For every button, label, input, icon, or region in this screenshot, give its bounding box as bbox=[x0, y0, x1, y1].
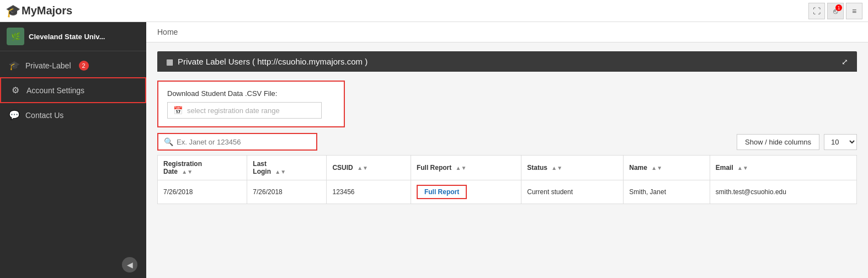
sidebar-private-label-text: Private-Label bbox=[25, 61, 71, 70]
col-email-label: Email bbox=[716, 164, 733, 172]
main-content: Home ▦ Private Label Users ( http://csuo… bbox=[146, 22, 868, 278]
sidebar-collapse: ◀ bbox=[0, 252, 146, 278]
panel-expand-icon[interactable]: ⤢ bbox=[842, 57, 848, 66]
account-settings-icon: ⚙ bbox=[10, 85, 21, 95]
content-area: ▦ Private Label Users ( http://csuohio.m… bbox=[146, 42, 868, 213]
expand-button[interactable]: ⛶ bbox=[808, 3, 825, 19]
col-header-last-login[interactable]: LastLogin ▲▼ bbox=[247, 156, 327, 180]
cell-status: Current student bbox=[521, 180, 624, 204]
panel-table-icon: ▦ bbox=[166, 57, 173, 66]
sort-icon-name: ▲▼ bbox=[651, 165, 662, 171]
badge: 1 bbox=[835, 4, 842, 11]
data-table: RegistrationDate ▲▼ LastLogin ▲▼ CSUID ▲… bbox=[157, 155, 857, 204]
cell-name: Smith, Janet bbox=[624, 180, 710, 204]
sort-icon-status: ▲▼ bbox=[551, 165, 562, 171]
cell-email: smith.test@csuohio.edu bbox=[710, 180, 856, 204]
cell-last-login: 7/26/2018 bbox=[247, 180, 327, 204]
sort-icon-reg-date: ▲▼ bbox=[182, 169, 193, 175]
per-page-select[interactable]: 10 25 50 100 bbox=[824, 134, 857, 150]
csv-download-section: Download Student Data .CSV File: 📅 selec… bbox=[157, 81, 345, 127]
col-full-report-label: Full Report bbox=[417, 164, 451, 172]
breadcrumb: Home bbox=[146, 22, 868, 42]
export-button[interactable]: ⎋ 1 bbox=[827, 3, 844, 19]
cell-reg-date: 7/26/2018 bbox=[158, 180, 247, 204]
sort-icon-email: ▲▼ bbox=[737, 165, 748, 171]
col-csuid-label: CSUID bbox=[332, 164, 353, 172]
cell-csuid: 123456 bbox=[327, 180, 411, 204]
collapse-icon: ◀ bbox=[127, 260, 133, 269]
sidebar-account-settings-text: Account Settings bbox=[26, 86, 84, 95]
date-placeholder: select registration date range bbox=[187, 106, 280, 115]
topbar: 🎓 MyMajors ⛶ ⎋ 1 ≡ bbox=[0, 0, 868, 22]
sidebar-brand[interactable]: 🌿 Cleveland State Univ... bbox=[0, 22, 146, 51]
col-header-reg-date[interactable]: RegistrationDate ▲▼ bbox=[158, 156, 247, 180]
col-header-status[interactable]: Status ▲▼ bbox=[521, 156, 624, 180]
col-header-csuid[interactable]: CSUID ▲▼ bbox=[327, 156, 411, 180]
panel-header: ▦ Private Label Users ( http://csuohio.m… bbox=[157, 51, 857, 72]
sort-icon-last-login: ▲▼ bbox=[275, 169, 286, 175]
brand-icon: 🌿 bbox=[7, 28, 24, 45]
layout: 🌿 Cleveland State Univ... 🎓 Private-Labe… bbox=[0, 22, 868, 278]
logo: 🎓 MyMajors bbox=[6, 4, 72, 18]
date-range-picker[interactable]: 📅 select registration date range bbox=[167, 102, 322, 119]
csv-label: Download Student Data .CSV File: bbox=[167, 89, 335, 98]
private-label-icon: 🎓 bbox=[9, 60, 20, 71]
panel-title: Private Label Users ( http://csuohio.mym… bbox=[178, 57, 368, 66]
private-label-badge: 2 bbox=[79, 61, 89, 71]
sidebar-contact-us-text: Contact Us bbox=[25, 111, 63, 120]
sidebar-item-account-settings[interactable]: ⚙ Account Settings bbox=[0, 77, 146, 103]
logo-text: MyMajors bbox=[22, 4, 72, 17]
contact-us-icon: 💬 bbox=[9, 110, 20, 120]
col-last-login-label: LastLogin bbox=[253, 160, 271, 175]
show-hide-columns-button[interactable]: Show / hide columns bbox=[737, 134, 819, 150]
panel-header-left: ▦ Private Label Users ( http://csuohio.m… bbox=[166, 57, 368, 66]
col-header-full-report[interactable]: Full Report ▲▼ bbox=[411, 156, 521, 180]
col-header-name[interactable]: Name ▲▼ bbox=[624, 156, 710, 180]
collapse-button[interactable]: ◀ bbox=[122, 257, 137, 272]
col-name-label: Name bbox=[629, 164, 647, 172]
search-input[interactable] bbox=[177, 138, 311, 146]
menu-button[interactable]: ≡ bbox=[846, 3, 862, 19]
calendar-icon: 📅 bbox=[173, 106, 183, 115]
cell-full-report: Full Report bbox=[411, 180, 521, 204]
logo-hat-icon: 🎓 bbox=[6, 4, 20, 18]
breadcrumb-home: Home bbox=[157, 28, 178, 36]
brand-university-name: Cleveland State Univ... bbox=[29, 33, 105, 41]
sort-icon-csuid: ▲▼ bbox=[357, 165, 368, 171]
col-header-email[interactable]: Email ▲▼ bbox=[710, 156, 856, 180]
col-status-label: Status bbox=[527, 164, 547, 172]
menu-icon: ≡ bbox=[852, 7, 856, 15]
search-icon: 🔍 bbox=[164, 137, 173, 146]
full-report-button[interactable]: Full Report bbox=[417, 185, 467, 199]
table-controls: 🔍 Show / hide columns 10 25 50 100 bbox=[157, 133, 857, 151]
table-header-row: RegistrationDate ▲▼ LastLogin ▲▼ CSUID ▲… bbox=[158, 156, 857, 180]
right-controls: Show / hide columns 10 25 50 100 bbox=[737, 134, 857, 150]
sidebar-item-contact-us[interactable]: 💬 Contact Us bbox=[0, 103, 146, 127]
sidebar: 🌿 Cleveland State Univ... 🎓 Private-Labe… bbox=[0, 22, 146, 278]
sort-icon-full-report: ▲▼ bbox=[456, 165, 467, 171]
sidebar-item-private-label[interactable]: 🎓 Private-Label 2 bbox=[0, 54, 146, 77]
search-box: 🔍 bbox=[157, 133, 317, 151]
expand-icon: ⛶ bbox=[813, 7, 821, 15]
brand-logo-icon: 🌿 bbox=[11, 32, 20, 41]
topbar-icons: ⛶ ⎋ 1 ≡ bbox=[808, 3, 862, 19]
table-row: 7/26/2018 7/26/2018 123456 Full Report C… bbox=[158, 180, 857, 204]
